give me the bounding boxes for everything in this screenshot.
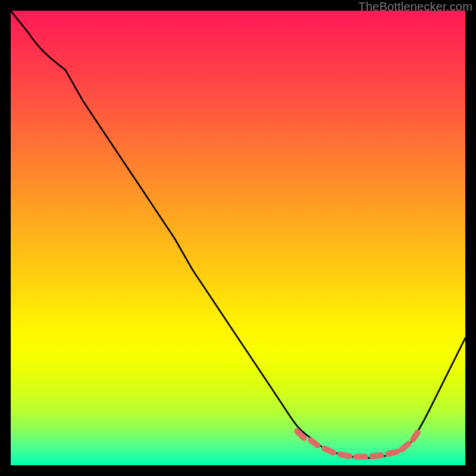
optimum-markers — [297, 431, 417, 457]
curve-layer — [11, 11, 465, 465]
bottleneck-curve — [11, 11, 465, 458]
plot-area — [11, 11, 465, 465]
watermark-text: TheBottlenecker.com — [358, 0, 472, 14]
chart-frame: TheBottlenecker.com — [0, 0, 476, 476]
